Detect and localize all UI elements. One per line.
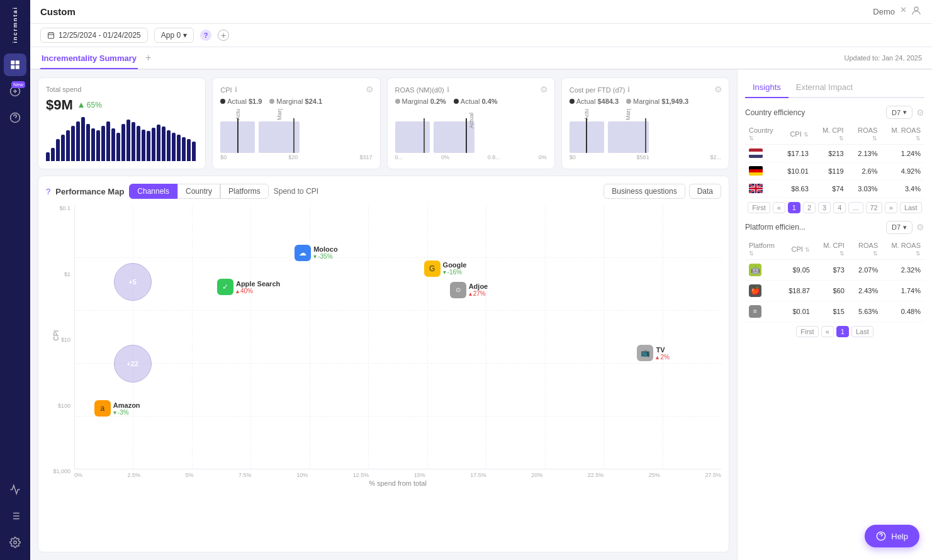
- apple-search-label: Apple Search ▴40%: [236, 280, 280, 294]
- channel-moloco[interactable]: ☁ Moloco ▾-35%: [295, 245, 338, 261]
- demo-label: Demo: [873, 7, 895, 16]
- sidebar-item-settings[interactable]: [4, 531, 26, 554]
- platform-efficiency-section: Platform efficien... D7 ▾ ⚙ Platform ⇅ C…: [745, 221, 924, 338]
- x-icon[interactable]: ✕: [900, 5, 907, 18]
- platform-row-other: ≡ $0.01 $15 5.63% 0.48%: [745, 301, 924, 322]
- plat-col-mcpi: M. CPI ⇅: [814, 239, 848, 260]
- chevron-down-icon-platform: ▾: [903, 223, 907, 232]
- plat-col-platform: Platform ⇅: [745, 239, 785, 260]
- filter-help-icon[interactable]: ?: [200, 30, 211, 41]
- android-mroas: 2.32%: [882, 259, 924, 281]
- filter-tab-platforms[interactable]: Platforms: [220, 184, 269, 199]
- roas-marginal-legend: Marginal 0.2%: [395, 98, 446, 105]
- ftd-info-icon[interactable]: ℹ: [627, 86, 630, 94]
- new-badge: New: [11, 81, 25, 88]
- page-2[interactable]: 2: [803, 202, 816, 213]
- page-next[interactable]: »: [885, 202, 897, 213]
- help-fab-icon: [876, 531, 886, 541]
- us-roas: 2.13%: [848, 145, 882, 163]
- page-4[interactable]: 4: [833, 202, 846, 213]
- country-cell-de: [745, 162, 783, 180]
- ftd-chart: Actual Marg...: [570, 109, 721, 153]
- svg-rect-3: [16, 65, 20, 69]
- platform-cell-other: ≡: [745, 301, 785, 322]
- business-questions-btn[interactable]: Business questions: [604, 184, 685, 199]
- date-picker[interactable]: 12/25/2024 - 01/24/2025: [40, 28, 148, 43]
- roas-info-icon[interactable]: ℹ: [447, 86, 449, 94]
- y-axis: $0.1 $1 $10 $100 $1,000: [46, 205, 74, 487]
- filter-tab-country[interactable]: Country: [177, 184, 220, 199]
- platform-efficiency-header: Platform efficien... D7 ▾ ⚙: [745, 221, 924, 234]
- plat-page-1[interactable]: 1: [836, 326, 849, 337]
- channel-adjoe[interactable]: ⊙ Adjoe ▴27%: [450, 282, 488, 298]
- tab-incrementality-summary[interactable]: Incrementality Summary: [40, 48, 138, 69]
- sidebar-item-new[interactable]: New: [4, 80, 26, 103]
- adjoe-icon: ⊙: [450, 282, 466, 298]
- sidebar-item-help[interactable]: [4, 106, 26, 129]
- roas-axis: 0... 0% 0.8... 0%: [395, 154, 547, 160]
- kpi-title-ftd: Cost per FTD (d7) ℹ: [570, 86, 721, 94]
- us-mcpi: $213: [812, 145, 848, 163]
- svg-rect-13: [48, 33, 54, 38]
- panel-tab-external[interactable]: External Impact: [789, 77, 860, 98]
- page-first[interactable]: First: [748, 202, 770, 213]
- platform-period-select[interactable]: D7 ▾: [886, 221, 912, 234]
- page-title: Custom: [40, 6, 76, 17]
- country-cell-gb: [745, 180, 783, 198]
- page-last[interactable]: Last: [900, 202, 922, 213]
- country-period-select[interactable]: D7 ▾: [886, 106, 912, 119]
- cpi-axis: $0 $20 $317: [220, 154, 372, 160]
- plat-col-roas: ROAS ⇅: [848, 239, 882, 260]
- app-select-value: App 0: [161, 31, 181, 40]
- country-settings-icon[interactable]: ⚙: [916, 108, 924, 118]
- panel-tab-insights[interactable]: Insights: [745, 77, 789, 98]
- bar-chart-inner: [46, 117, 198, 161]
- perf-filter-tabs: Channels Country Platforms: [129, 184, 268, 199]
- cpi-info-icon[interactable]: ℹ: [235, 86, 237, 94]
- platform-settings-icon[interactable]: ⚙: [916, 222, 924, 232]
- help-fab[interactable]: Help: [865, 525, 919, 547]
- page-72[interactable]: 72: [866, 202, 882, 213]
- kpi-cpi-gear[interactable]: ⚙: [366, 84, 374, 94]
- perf-right-buttons: Business questions Data: [604, 184, 721, 199]
- roas-legend: Marginal 0.2% Actual 0.4%: [395, 98, 547, 105]
- perf-help-icon[interactable]: ?: [46, 187, 50, 196]
- plat-page-last[interactable]: Last: [851, 326, 873, 337]
- filterbar: 12/25/2024 - 01/24/2025 App 0 ▾ ? +: [30, 24, 932, 47]
- app-select[interactable]: App 0 ▾: [154, 28, 194, 43]
- tv-icon: 📺: [637, 345, 653, 361]
- channel-amazon[interactable]: a Amazon ▾-3%: [94, 400, 140, 417]
- page-3[interactable]: 3: [818, 202, 831, 213]
- apple-roas: 2.43%: [848, 281, 882, 301]
- kpi-ftd-gear[interactable]: ⚙: [714, 84, 722, 94]
- kpi-roas-gear[interactable]: ⚙: [540, 84, 548, 94]
- sidebar-item-list[interactable]: [4, 505, 26, 527]
- sidebar-item-chart[interactable]: [4, 478, 26, 501]
- add-filter-icon[interactable]: +: [218, 30, 229, 41]
- channel-apple-search[interactable]: ✓ Apple Search ▴40%: [217, 279, 280, 295]
- tab-add-button[interactable]: +: [143, 47, 154, 69]
- updated-text: Updated to: Jan 24, 2025: [844, 54, 922, 62]
- android-roas: 2.07%: [848, 259, 882, 281]
- kpi-roas: ⚙ ROAS (NM)(d0) ℹ Marginal 0.2% Actual 0…: [387, 77, 555, 169]
- country-row-gb: $8.63 $74 3.03% 3.4%: [745, 180, 924, 198]
- scatter-wrapper: $0.1 $1 $10 $100 $1,000 CPI: [46, 205, 721, 487]
- cpi-legend: Actual $1.9 Marginal $24.1: [220, 98, 372, 105]
- bubble-plus5: +5: [114, 263, 152, 301]
- content-area: Total spend $9M 65%: [30, 70, 932, 560]
- channel-tv[interactable]: 📺 TV ▴2%: [637, 345, 669, 361]
- channel-google[interactable]: G Google ▾-16%: [424, 260, 467, 277]
- platform-cell-android: 🤖: [745, 260, 785, 281]
- user-icon[interactable]: [911, 5, 922, 18]
- plat-page-prev[interactable]: «: [821, 326, 834, 337]
- data-btn[interactable]: Data: [689, 184, 721, 199]
- svg-rect-2: [11, 65, 14, 69]
- kpi-title-total-spend: Total spend: [46, 86, 198, 93]
- gb-roas: 3.03%: [848, 180, 882, 198]
- page-1[interactable]: 1: [788, 202, 800, 213]
- page-prev[interactable]: «: [773, 202, 785, 213]
- sidebar-item-dashboard[interactable]: [4, 53, 26, 76]
- plat-page-first[interactable]: First: [796, 326, 818, 337]
- filter-tab-channels[interactable]: Channels: [129, 184, 177, 199]
- google-label: Google ▾-16%: [443, 261, 467, 276]
